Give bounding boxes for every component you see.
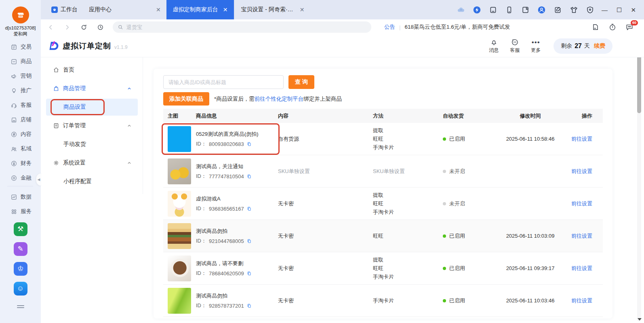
modified-time-cell: 2025-06-11 09:39:17 bbox=[495, 265, 566, 271]
rail-item[interactable]: 交易 bbox=[0, 40, 41, 54]
rail-item[interactable]: 客服 bbox=[0, 98, 41, 112]
rail-item[interactable]: 内容 bbox=[0, 127, 41, 141]
forward-icon[interactable] bbox=[64, 24, 71, 31]
remaining-days: 27 bbox=[575, 42, 582, 50]
rail-item[interactable]: 服务 bbox=[0, 204, 41, 219]
note-app-icon[interactable]: ✎ bbox=[14, 242, 27, 256]
notice-text[interactable]: 618菜鸟云仓低至1.6元/单，新商可免费试发 bbox=[405, 23, 510, 31]
weather-cloud-icon[interactable] bbox=[457, 6, 465, 14]
history-icon[interactable] bbox=[97, 24, 104, 31]
mobile-preview-icon[interactable] bbox=[505, 6, 514, 14]
home-icon bbox=[53, 67, 59, 73]
sidebar-collapse-handle[interactable]: ◀ bbox=[36, 173, 41, 186]
knowledge-book-icon[interactable] bbox=[521, 6, 530, 14]
rail-item-label: 营销 bbox=[21, 72, 32, 80]
account-block[interactable]: d[s102753708] 爱和网 bbox=[0, 6, 41, 37]
yen-icon bbox=[11, 160, 17, 167]
go-to-settings-link[interactable]: 前往设置 bbox=[571, 168, 592, 174]
crown-app-icon[interactable]: ♔ bbox=[14, 262, 27, 276]
shop-decorate-icon[interactable] bbox=[570, 6, 578, 14]
rail-item[interactable]: 数据 bbox=[0, 190, 41, 204]
product-info-cell: 测试商品，关注通知ID：777747810504 bbox=[196, 163, 278, 180]
note-edit-icon[interactable] bbox=[554, 6, 562, 14]
go-to-settings-link[interactable]: 前往设置 bbox=[571, 298, 592, 304]
rail-item-label: 金融 bbox=[21, 174, 32, 182]
header-action-service[interactable]: 客服 bbox=[510, 38, 520, 54]
rail-item[interactable]: 店铺 bbox=[0, 112, 41, 127]
setup-note: *商品设置后，需前往个性化定制平台绑定并上架商品 bbox=[214, 95, 342, 103]
action-cell: 前往设置 bbox=[566, 135, 603, 143]
add-related-product-button[interactable]: 添加关联商品 bbox=[163, 92, 209, 106]
copy-icon[interactable] bbox=[246, 141, 252, 147]
status-dot bbox=[443, 170, 446, 173]
page-title: 虚拟订单定制 bbox=[63, 41, 111, 51]
close-icon[interactable]: ✕ bbox=[156, 7, 161, 13]
tab-close-icon[interactable]: ✕ bbox=[223, 7, 228, 13]
browser-tab[interactable]: 虚拟定制商家后台✕ bbox=[166, 0, 234, 19]
minimize-button[interactable]: — bbox=[602, 7, 608, 13]
scroll-down-arrow[interactable] bbox=[638, 318, 642, 321]
back-icon[interactable] bbox=[47, 24, 54, 31]
renew-link[interactable]: 续费 bbox=[594, 42, 605, 50]
quick-launch-icon[interactable] bbox=[473, 6, 481, 14]
security-shield-icon[interactable] bbox=[586, 6, 594, 14]
sidebar-subitem-小程序配置[interactable]: 小程序配置 bbox=[41, 172, 143, 191]
rail-item[interactable]: 私域 bbox=[0, 141, 41, 156]
copy-icon[interactable] bbox=[246, 271, 252, 276]
address-search-box[interactable] bbox=[113, 21, 371, 33]
customization-platform-link[interactable]: 前往个性化定制平台 bbox=[255, 96, 304, 102]
rail-item[interactable]: 营销 bbox=[0, 69, 41, 83]
tab-title: 虚拟定制商家后台 bbox=[173, 6, 218, 13]
plugin-header: 虚拟订单定制 v1.1.9 消息客服•••更多 剩余 27 天 续费 bbox=[41, 35, 644, 57]
go-to-settings-link[interactable]: 前往设置 bbox=[571, 233, 592, 239]
product-id: ID：800938020683 bbox=[196, 140, 278, 148]
file-page-icon[interactable] bbox=[591, 23, 600, 31]
copy-icon[interactable] bbox=[246, 174, 252, 179]
sidebar-item-商品管理[interactable]: 商品管理 bbox=[41, 79, 143, 98]
main-content: 查 询 添加关联商品 *商品设置后，需前往个性化定制平台绑定并上架商品 主图 商… bbox=[143, 57, 644, 323]
go-to-settings-link[interactable]: 前往设置 bbox=[571, 136, 592, 142]
product-id-value: 777747810504 bbox=[209, 173, 244, 179]
sidebar-subitem-商品设置[interactable]: 商品设置 bbox=[41, 98, 143, 116]
copy-icon[interactable] bbox=[246, 239, 252, 244]
tab-workbench[interactable]: 工作台 bbox=[41, 0, 85, 19]
go-to-settings-link[interactable]: 前往设置 bbox=[571, 201, 592, 207]
alarm-reminder-icon[interactable] bbox=[608, 23, 617, 31]
copy-icon[interactable] bbox=[246, 206, 252, 211]
sidebar-subitem-手动发货[interactable]: 手动发货 bbox=[41, 135, 143, 154]
card-panel-icon[interactable] bbox=[489, 6, 497, 14]
notice-label[interactable]: 公告 bbox=[384, 23, 395, 31]
refresh-icon[interactable] bbox=[80, 24, 87, 31]
product-search-input[interactable] bbox=[163, 75, 284, 89]
doc-icon bbox=[53, 122, 59, 129]
header-action-more[interactable]: •••更多 bbox=[531, 38, 541, 54]
sidebar-item-系统设置[interactable]: 系统设置 bbox=[41, 154, 143, 172]
rail-item[interactable]: 商品 bbox=[0, 54, 41, 69]
close-button[interactable]: ✕ bbox=[631, 7, 636, 13]
sidebar-item-订单管理[interactable]: 订单管理 bbox=[41, 116, 143, 135]
tab-app-center[interactable]: 应用中心 ✕ bbox=[85, 0, 166, 19]
rail-item[interactable]: 金融 bbox=[0, 171, 41, 185]
rail-app-shortcuts: ⚒ ✎ ♔ ☺ bbox=[0, 219, 41, 298]
go-to-settings-link[interactable]: 前往设置 bbox=[571, 265, 592, 271]
maximize-button[interactable]: ☐ bbox=[617, 7, 622, 13]
rail-item[interactable]: 财务 bbox=[0, 156, 41, 171]
bag-app-icon[interactable]: ☺ bbox=[14, 282, 27, 296]
browser-tab[interactable]: 宝贝设置 - 阿奇索·自动...✕ bbox=[234, 0, 311, 19]
rail-item[interactable]: 推广 bbox=[0, 83, 41, 98]
rail-more-menu-icon[interactable] bbox=[0, 304, 41, 309]
sidebar-item-首页[interactable]: 首页 bbox=[41, 61, 143, 79]
green-app-icon[interactable]: ⚒ bbox=[14, 222, 27, 236]
account-center-icon[interactable] bbox=[537, 6, 546, 14]
query-button[interactable]: 查 询 bbox=[288, 75, 314, 89]
copy-icon[interactable] bbox=[246, 303, 252, 308]
account-avatar[interactable] bbox=[12, 6, 29, 23]
selected-highlight bbox=[46, 99, 138, 116]
page-scrollbar[interactable] bbox=[637, 36, 641, 321]
header-action-message[interactable]: 消息 bbox=[489, 38, 499, 54]
search-input[interactable] bbox=[126, 24, 366, 30]
col-header-action: 操作 bbox=[566, 112, 603, 120]
messages-icon[interactable]: 60 bbox=[625, 23, 633, 31]
autoship-status-cell: 未开启 bbox=[443, 200, 495, 207]
tab-close-icon[interactable]: ✕ bbox=[300, 7, 305, 13]
